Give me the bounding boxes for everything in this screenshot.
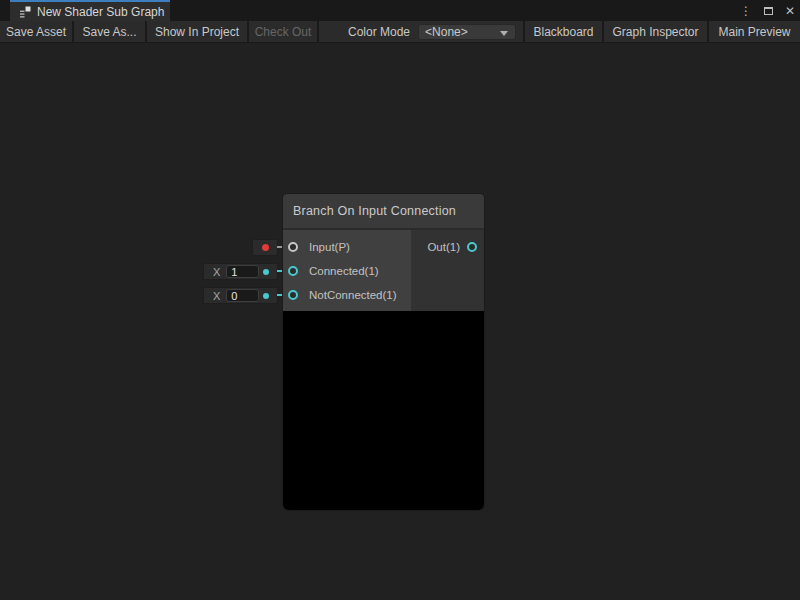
out-port-label: Out(1) — [427, 241, 460, 253]
port-row-out: Out(1) — [411, 235, 484, 259]
x-component-label: X — [213, 290, 220, 302]
tab-title: New Shader Sub Graph — [37, 5, 164, 19]
node-title-bar[interactable]: Branch On Input Connection — [283, 194, 484, 230]
toolbar: Save Asset Save As... Show In Project Ch… — [0, 21, 800, 43]
notconnected-port[interactable] — [288, 290, 298, 300]
connected-port[interactable] — [288, 266, 298, 276]
color-mode-label: Color Mode — [348, 25, 410, 39]
node-branch-on-input-connection[interactable]: Branch On Input Connection Input(P) Conn… — [283, 194, 484, 510]
input-port-label: Input(P) — [309, 241, 350, 253]
connected-default-widget: X — [203, 263, 278, 280]
x-component-label: X — [213, 266, 220, 278]
close-icon[interactable]: ✕ — [785, 5, 795, 17]
tab-new-shader-sub-graph[interactable]: New Shader Sub Graph — [10, 0, 170, 21]
color-mode-value: <None> — [425, 25, 468, 39]
notconnected-default-widget: X — [203, 287, 278, 304]
input-default-widget[interactable] — [252, 239, 278, 256]
notconnected-value-field[interactable] — [226, 289, 259, 302]
blackboard-button[interactable]: Blackboard — [525, 21, 602, 42]
node-title: Branch On Input Connection — [293, 204, 456, 218]
maximize-icon[interactable] — [764, 7, 773, 15]
connected-port-label: Connected(1) — [309, 265, 379, 277]
port-row-input: Input(P) — [283, 235, 411, 259]
show-in-project-button[interactable]: Show In Project — [147, 21, 247, 42]
node-input-column: Input(P) Connected(1) NotConnected(1) — [283, 230, 411, 311]
save-as-button[interactable]: Save As... — [74, 21, 145, 42]
chevron-down-icon — [500, 31, 508, 36]
graph-inspector-button[interactable]: Graph Inspector — [604, 21, 707, 42]
main-preview-button[interactable]: Main Preview — [709, 21, 800, 42]
check-out-button: Check Out — [249, 21, 317, 42]
color-mode-section: Color Mode <None> — [319, 21, 523, 42]
port-row-notconnected: NotConnected(1) — [283, 283, 411, 307]
save-asset-button[interactable]: Save Asset — [0, 21, 72, 42]
shader-graph-window: New Shader Sub Graph ⋮ ✕ Save Asset Save… — [0, 0, 800, 600]
color-mode-dropdown[interactable]: <None> — [418, 24, 516, 40]
subgraph-icon — [19, 6, 31, 18]
graph-canvas[interactable]: X X Branch On Input Connection Input(P) — [0, 43, 800, 600]
out-port[interactable] — [467, 242, 477, 252]
cyan-port-dot-icon — [263, 293, 269, 299]
port-row-connected: Connected(1) — [283, 259, 411, 283]
connected-value-field[interactable] — [226, 265, 259, 278]
red-port-dot-icon — [262, 244, 269, 251]
input-port[interactable] — [288, 242, 298, 252]
node-body: Input(P) Connected(1) NotConnected(1) Ou… — [283, 230, 484, 311]
node-preview — [283, 311, 484, 510]
notconnected-port-label: NotConnected(1) — [309, 289, 397, 301]
tab-bar: New Shader Sub Graph ⋮ ✕ — [0, 0, 800, 21]
cyan-port-dot-icon — [263, 269, 269, 275]
node-output-column: Out(1) — [411, 230, 484, 311]
menu-icon[interactable]: ⋮ — [740, 5, 752, 17]
window-controls: ⋮ ✕ — [740, 0, 795, 21]
